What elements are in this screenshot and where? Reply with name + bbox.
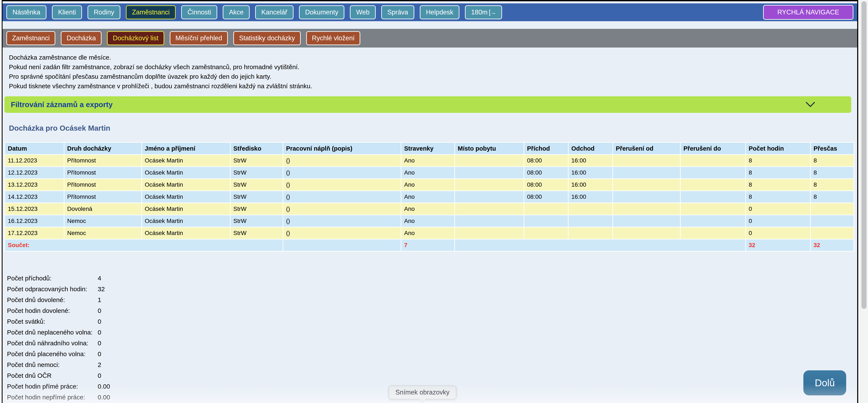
table-cell [568,215,613,227]
subnav-tab-dochazka[interactable]: Docházka [61,31,101,45]
table-cell: 8 [811,167,854,179]
stat-row: Počet příchodů:4 [7,273,857,284]
table-cell [568,227,613,239]
vertical-scrollbar[interactable] [860,0,868,403]
nav-tab-sprava[interactable]: Správa [381,5,414,19]
nav-tab-rodiny[interactable]: Rodiny [88,5,120,19]
table-cell: 8 [746,167,811,179]
table-cell: Přítomnost [64,179,142,191]
stat-value: 0 [98,307,101,314]
table-cell [524,227,568,239]
nav-tab-klienti[interactable]: Klienti [52,5,82,19]
sum-cell: Součet: [5,239,283,251]
table-cell [613,167,680,179]
table-cell: 8 [746,191,811,203]
table-cell: Ocásek Martin [142,179,230,191]
table-row: 13.12.2023PřítomnostOcásek MartinStrW()A… [5,179,854,191]
stat-row: Počet dnů dovolené:1 [7,294,857,305]
stat-value: 0 [98,318,101,325]
nav-tab-nastenka[interactable]: Nástěnka [6,5,46,19]
subnav-tab-statistiky-dochazky[interactable]: Statistiky docházky [233,31,301,45]
table-cell: StrW [230,167,283,179]
chevron-down-icon[interactable] [805,102,815,108]
stat-value: 0 [98,340,101,347]
description-line: Docházka zaměstnance dle měsíce. [9,53,857,62]
table-cell [613,215,680,227]
stat-label: Počet příchodů: [7,275,98,282]
attendance-table: DatumDruh docházkyJméno a příjmeníStředi… [4,142,854,252]
scrollbar-thumb[interactable] [862,1,867,309]
table-cell: Přítomnost [64,167,142,179]
table-cell: 16:00 [568,167,613,179]
stat-value: 0.00 [98,383,110,390]
nav-tab-zamestnanci[interactable]: Zaměstnanci [126,5,176,19]
stat-label: Počet hodin dovolené: [7,307,98,314]
subnav-tab-dochazkovy-list[interactable]: Docházkový list [107,31,164,45]
table-cell: Ocásek Martin [142,227,230,239]
stat-label: Počet dnů dovolené: [7,296,98,304]
table-cell: 08:00 [524,155,568,167]
scroll-down-button[interactable]: Dolů [803,370,846,395]
table-row: 16.12.2023NemocOcásek MartinStrW()Ano0 [5,215,854,227]
stat-label: Počet hodin přímé práce: [7,383,98,390]
column-header: Přerušení do [680,143,746,155]
stat-label: Počet dnů náhradního volna: [7,340,98,347]
column-header: Odchod [568,143,613,155]
app-window: NástěnkaKlientiRodinyZaměstnanciČinnosti… [2,0,858,403]
nav-tab-dokumenty[interactable]: Dokumenty [299,5,345,19]
table-cell: () [283,167,401,179]
stat-label: Počet hodin nepřímé práce: [7,394,98,401]
table-cell [680,191,746,203]
subnav-tab-zamestnanci[interactable]: Zaměstnanci [6,31,55,45]
table-cell: Ocásek Martin [142,155,230,167]
sum-cell: 7 [401,239,455,251]
table-cell: () [283,179,401,191]
nav-tab-helpdesk[interactable]: Helpdesk [420,5,459,19]
table-cell [680,227,746,239]
table-cell: () [283,227,401,239]
table-cell: 12.12.2023 [5,167,64,179]
table-cell [680,155,746,167]
table-cell: StrW [230,215,283,227]
summary-stats: Počet příchodů:4Počet odpracovaných hodi… [7,273,857,403]
table-cell: StrW [230,191,283,203]
column-header: Pracovní náplň (popis) [283,143,401,155]
column-header: Středisko [230,143,283,155]
sum-cell [455,239,746,251]
subnav-tab-rychle-vlozeni[interactable]: Rychlé vložení [306,31,361,45]
table-cell: Ocásek Martin [142,191,230,203]
table-cell: 0 [746,215,811,227]
column-header: Přesčas [811,143,854,155]
table-cell [455,215,524,227]
stat-row: Počet dnů nemoci:2 [7,359,857,370]
nav-tab-kancelar[interactable]: Kancelář [255,5,293,19]
nav-tab-logout-180m[interactable]: 180m [→ [465,5,502,19]
description-line: Pro správné spočítání přesčasu zaměstnan… [9,72,857,81]
table-cell: Ano [401,227,455,239]
stat-row: Počet hodin dovolené:0 [7,305,857,316]
table-cell: 8 [746,155,811,167]
table-cell [613,191,680,203]
stat-value: 2 [98,361,101,368]
table-cell [680,179,746,191]
table-cell [613,179,680,191]
nav-tab-web[interactable]: Web [350,5,375,19]
column-header: Jméno a příjmení [142,143,230,155]
filter-section-header[interactable]: Filtrování záznamů a exporty [4,96,851,113]
table-cell: StrW [230,203,283,215]
quick-navigation-button[interactable]: RYCHLÁ NAVIGACE [763,5,854,20]
nav-tab-akce[interactable]: Akce [223,5,250,19]
table-cell: 14.12.2023 [5,191,64,203]
table-cell: Přítomnost [64,191,142,203]
subnav-tab-mesicni-prehled[interactable]: Měsíční přehled [170,31,228,45]
table-cell: () [283,215,401,227]
table-cell: 8 [811,155,854,167]
table-cell: StrW [230,179,283,191]
stat-value: 0 [98,372,101,379]
table-cell: Ano [401,215,455,227]
description-line: Pokud tisknete všechny zaměstnance v pro… [9,81,857,91]
table-cell: () [283,191,401,203]
nav-tab-cinnosti[interactable]: Činnosti [181,5,217,19]
table-cell: 16:00 [568,191,613,203]
table-cell [811,215,854,227]
